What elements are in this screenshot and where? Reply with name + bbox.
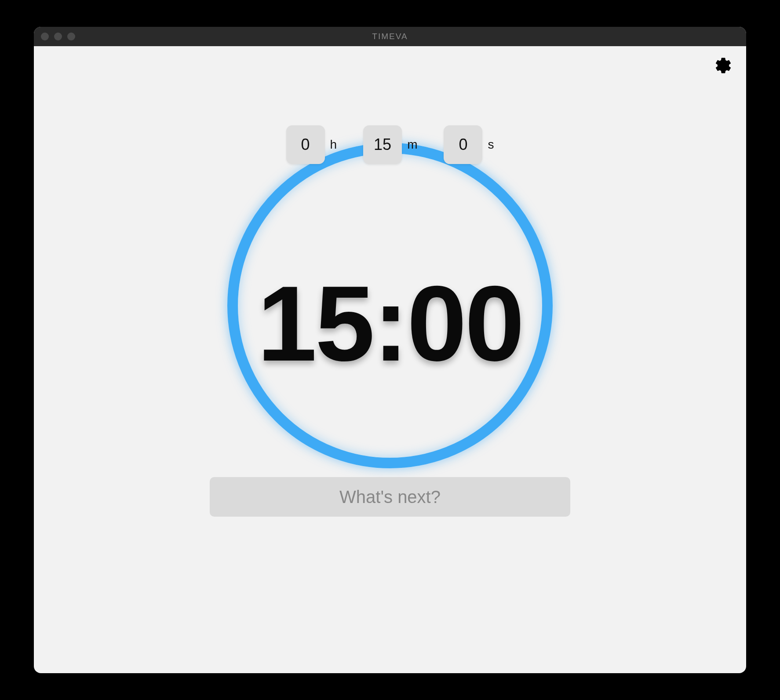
traffic-lights (41, 33, 75, 40)
gear-icon (714, 56, 733, 75)
window-title: TIMEVA (372, 32, 408, 41)
hours-input[interactable] (286, 125, 325, 164)
minimize-window-button[interactable] (54, 33, 62, 40)
close-window-button[interactable] (41, 33, 49, 40)
app-window: TIMEVA h m s (34, 27, 746, 673)
timer-display: 15:00 (257, 262, 523, 385)
seconds-input[interactable] (444, 125, 482, 164)
minutes-unit-label: m (407, 138, 417, 152)
settings-button[interactable] (713, 55, 734, 76)
task-input[interactable] (210, 477, 570, 517)
minutes-group: m (363, 125, 438, 164)
seconds-group: s (444, 125, 494, 164)
titlebar: TIMEVA (34, 27, 746, 46)
seconds-unit-label: s (488, 138, 494, 152)
content-area: h m s 15:00 (34, 46, 746, 673)
timer-area: h m s 15:00 (214, 125, 566, 164)
hours-group: h (286, 125, 358, 164)
hours-unit-label: h (330, 138, 337, 152)
time-inputs-row: h m s (286, 125, 494, 164)
maximize-window-button[interactable] (67, 33, 75, 40)
minutes-input[interactable] (363, 125, 402, 164)
